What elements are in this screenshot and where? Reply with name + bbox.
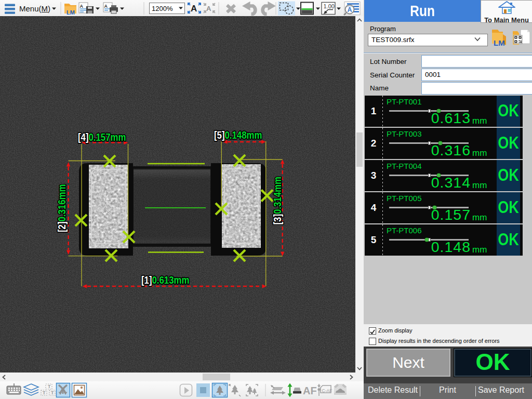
svg-text:T: T	[51, 390, 54, 395]
svg-text:1.00: 1.00	[324, 3, 335, 9]
svg-text:A: A	[80, 4, 84, 9]
svg-text:[2]0.316mm: [2]0.316mm	[56, 184, 68, 232]
svg-text:A: A	[206, 5, 211, 12]
svg-text:A: A	[191, 4, 197, 14]
svg-text:A: A	[348, 6, 352, 14]
svg-text:LM: LM	[66, 9, 75, 16]
svg-text:AF: AF	[303, 385, 317, 396]
svg-text:[3]0.314mm: [3]0.314mm	[271, 177, 283, 224]
svg-text:A: A	[104, 4, 108, 9]
svg-text:[4]0.157mm: [4]0.157mm	[78, 131, 126, 143]
svg-text:[5]0.148mm: [5]0.148mm	[214, 129, 262, 141]
svg-text:C-AF: C-AF	[322, 388, 332, 393]
svg-text:LM: LM	[494, 38, 505, 47]
svg-text:T: T	[43, 390, 46, 395]
svg-text:Menu(M): Menu(M)	[19, 4, 50, 13]
svg-text:[1]0.613mm: [1]0.613mm	[141, 274, 189, 286]
svg-text:1200%: 1200%	[152, 5, 173, 12]
svg-text:T: T	[48, 384, 51, 389]
